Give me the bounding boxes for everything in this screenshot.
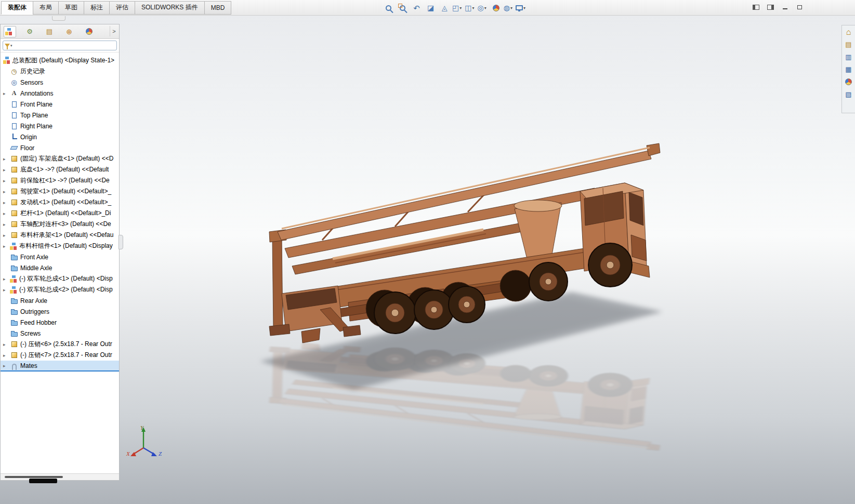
custom-properties-icon[interactable] bbox=[844, 90, 853, 99]
expand-arrow-icon[interactable] bbox=[3, 211, 10, 216]
apply-scene-button[interactable]: ▾ bbox=[504, 4, 512, 11]
tree-item-component[interactable]: 前保险杠<1> ->? (Default) <<De bbox=[1, 175, 119, 186]
tree-item-subassembly[interactable]: 布料杆组件<1> (Default) <Display bbox=[1, 241, 119, 251]
tree-item-folder[interactable]: Middle Axle bbox=[1, 262, 119, 273]
display-style-button[interactable]: ▾ bbox=[465, 4, 474, 11]
tree-item-component[interactable]: (-) 压销<7> (2.5x18.7 - Rear Outr bbox=[1, 350, 119, 361]
featuremanager-tab[interactable] bbox=[4, 26, 16, 37]
filter-input[interactable] bbox=[15, 43, 115, 49]
expand-arrow-icon[interactable] bbox=[3, 156, 10, 162]
expand-arrow-icon[interactable] bbox=[3, 91, 10, 96]
tab-evaluate[interactable]: 评估 bbox=[109, 1, 135, 15]
tab-solidworks-addins[interactable]: SOLIDWORKS 插件 bbox=[135, 1, 204, 15]
tree-item-component[interactable]: 车轴配对连杆<3> (Default) <<De bbox=[1, 219, 119, 230]
file-explorer-icon[interactable] bbox=[844, 52, 853, 61]
panel-splitter-handle[interactable] bbox=[119, 235, 123, 249]
panel-expand-chevron[interactable]: > bbox=[110, 26, 118, 36]
expand-arrow-icon[interactable] bbox=[3, 363, 10, 368]
previous-view-button[interactable] bbox=[410, 2, 423, 14]
design-library-icon[interactable] bbox=[844, 40, 853, 49]
minimize-button[interactable] bbox=[779, 2, 791, 12]
propertymanager-tab[interactable] bbox=[23, 26, 36, 37]
graphics-viewport[interactable]: Y X Z bbox=[0, 16, 855, 504]
folder-icon bbox=[11, 310, 18, 315]
feature-tree: 总装配图 (Default) <Display State-1> 历史记录 Se… bbox=[1, 52, 119, 473]
tree-item-floor[interactable]: Floor bbox=[1, 142, 119, 153]
zoom-to-fit-button[interactable] bbox=[382, 2, 395, 14]
tab-mbd[interactable]: MBD bbox=[204, 1, 232, 15]
expand-arrow-icon[interactable] bbox=[3, 200, 10, 205]
tree-item-top-plane[interactable]: Top Plane bbox=[1, 110, 119, 121]
expand-arrow-icon[interactable] bbox=[3, 342, 10, 347]
tree-item-folder[interactable]: Feed Hobber bbox=[1, 317, 119, 328]
orientation-triad: Y X Z bbox=[126, 425, 163, 458]
expand-arrow-icon[interactable] bbox=[3, 244, 10, 249]
view-palette-icon[interactable] bbox=[844, 65, 853, 74]
view-orientation-button[interactable]: ▾ bbox=[452, 4, 462, 11]
dynamic-annotation-views-button[interactable] bbox=[438, 2, 451, 14]
tree-item-component[interactable]: 发动机<1> (Default) <<Default>_ bbox=[1, 197, 119, 208]
tree-item-component[interactable]: 布料杆承架<1> (Default) <<Defau bbox=[1, 230, 119, 241]
home-icon[interactable] bbox=[844, 28, 853, 36]
tree-item-folder[interactable]: Outriggers bbox=[1, 306, 119, 317]
tree-item-component[interactable]: 驾驶室<1> (Default) <<Default>_ bbox=[1, 186, 119, 197]
scrollbar-thumb[interactable] bbox=[5, 476, 63, 478]
expand-arrow-icon[interactable] bbox=[3, 287, 10, 293]
tab-sketch[interactable]: 草图 bbox=[58, 1, 84, 15]
filter-caret-icon[interactable]: ▾ bbox=[10, 44, 12, 48]
part-icon bbox=[11, 341, 17, 347]
toggle-right-pane-button[interactable] bbox=[765, 2, 776, 12]
tree-item-folder[interactable]: Front Axle bbox=[1, 251, 119, 262]
panel-horizontal-scrollbar[interactable] bbox=[1, 473, 119, 480]
left-pane-icon bbox=[753, 5, 759, 10]
dropdown-caret-icon: ▾ bbox=[510, 6, 512, 10]
tree-item-mates[interactable]: Mates bbox=[1, 361, 119, 372]
edit-appearance-button[interactable] bbox=[490, 2, 503, 14]
expand-arrow-icon[interactable] bbox=[3, 276, 10, 282]
pump-truck-model[interactable] bbox=[223, 130, 665, 462]
part-icon bbox=[11, 189, 17, 194]
filter-box[interactable]: ▾ bbox=[3, 41, 117, 50]
displaymanager-tab[interactable] bbox=[83, 26, 95, 37]
expand-arrow-icon[interactable] bbox=[3, 222, 10, 227]
tree-item-component[interactable]: (固定) 车架底盘<1> (Default) <<D bbox=[1, 153, 119, 164]
assembly-icon bbox=[10, 243, 17, 250]
part-icon bbox=[11, 232, 17, 238]
zoom-to-area-button[interactable] bbox=[396, 2, 409, 14]
tree-root-item[interactable]: 总装配图 (Default) <Display State-1> bbox=[1, 55, 119, 66]
tree-item-sensors[interactable]: Sensors bbox=[1, 77, 119, 88]
expand-arrow-icon[interactable] bbox=[3, 353, 10, 358]
hide-show-items-button[interactable]: ▾ bbox=[478, 4, 486, 11]
appearances-icon[interactable] bbox=[844, 77, 853, 86]
maximize-button[interactable] bbox=[794, 2, 805, 12]
toggle-left-pane-button[interactable] bbox=[750, 2, 761, 12]
tree-item-folder[interactable]: Rear Axle bbox=[1, 295, 119, 306]
filter-funnel-icon[interactable] bbox=[5, 44, 10, 47]
tab-assembly[interactable]: 装配体 bbox=[1, 1, 33, 15]
tab-annotation[interactable]: 标注 bbox=[84, 1, 109, 15]
tree-item-annotations[interactable]: Annotations bbox=[1, 88, 119, 99]
tree-item-origin[interactable]: Origin bbox=[1, 131, 119, 142]
expand-arrow-icon[interactable] bbox=[3, 233, 10, 238]
expand-arrow-icon bbox=[3, 80, 10, 85]
tree-item-folder[interactable]: Screws bbox=[1, 328, 119, 339]
tab-layout[interactable]: 布局 bbox=[33, 1, 58, 15]
panel-collapse-handle[interactable] bbox=[52, 16, 65, 21]
tree-item-component[interactable]: 栏杆<1> (Default) <<Default>_Di bbox=[1, 208, 119, 219]
tree-item-subassembly[interactable]: (-) 双车轮总成<2> (Default) <Disp bbox=[1, 284, 119, 295]
folder-icon bbox=[11, 321, 18, 326]
expand-arrow-icon[interactable] bbox=[3, 189, 10, 194]
part-icon bbox=[11, 221, 17, 227]
expand-arrow-icon[interactable] bbox=[3, 178, 10, 183]
expand-arrow-icon[interactable] bbox=[3, 167, 10, 173]
tree-item-component[interactable]: (-) 压销<6> (2.5x18.7 - Rear Outr bbox=[1, 339, 119, 350]
tree-item-component[interactable]: 底盘<1> ->? (Default) <<Default bbox=[1, 164, 119, 175]
view-settings-button[interactable]: ▾ bbox=[516, 5, 525, 10]
dimxpertmanager-tab[interactable] bbox=[63, 26, 75, 37]
tree-item-right-plane[interactable]: Right Plane bbox=[1, 121, 119, 131]
tree-item-subassembly[interactable]: (-) 双车轮总成<1> (Default) <Disp bbox=[1, 273, 119, 284]
tree-item-front-plane[interactable]: Front Plane bbox=[1, 99, 119, 110]
section-view-button[interactable] bbox=[424, 2, 437, 14]
configurationmanager-tab[interactable] bbox=[43, 26, 56, 37]
tree-item-history[interactable]: 历史记录 bbox=[1, 66, 119, 77]
